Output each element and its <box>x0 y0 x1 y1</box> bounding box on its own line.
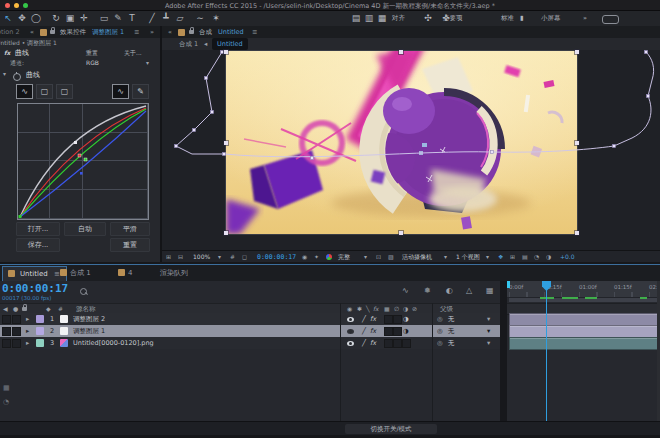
reset-curve-button[interactable]: 重置 <box>110 238 150 252</box>
rotation-tool[interactable]: ↻ <box>50 11 62 26</box>
save-curve-button[interactable]: 保存... <box>16 238 60 252</box>
eraser-tool[interactable]: ▱ <box>174 11 186 26</box>
reset-effect-button[interactable]: 重置 <box>86 50 98 56</box>
video-toggle[interactable] <box>2 327 11 336</box>
video-toggle[interactable] <box>2 339 11 348</box>
switch-box[interactable] <box>393 339 402 348</box>
layer-bar-3[interactable] <box>509 337 659 350</box>
selection-handle[interactable] <box>399 50 403 54</box>
eye-icon[interactable] <box>347 317 354 322</box>
transparency-grid-icon[interactable]: ▨ <box>388 251 394 262</box>
parent-value[interactable]: 无 <box>448 313 455 325</box>
audio-toggle[interactable] <box>12 339 21 348</box>
work-area-start-marker[interactable] <box>507 281 510 288</box>
monitor-icon[interactable]: ⊟ <box>178 251 183 262</box>
mask-visibility-icon[interactable]: ◻ <box>242 251 247 262</box>
align-icon-3[interactable]: ▦ <box>376 11 388 26</box>
exposure-value[interactable]: +0.0 <box>560 251 575 262</box>
open-curve-button[interactable]: 打开... <box>16 222 60 236</box>
pencil-curve-button[interactable]: ✎ <box>132 84 149 99</box>
panel-menu-icon[interactable]: ≡ <box>252 26 257 38</box>
grid-guides-icon[interactable]: # <box>230 251 235 262</box>
mask-feather-icon[interactable]: ✣ <box>422 11 434 26</box>
viewer-tab-untitled[interactable]: Untitled <box>212 38 248 50</box>
expand-arrow-icon[interactable]: ▸ <box>26 325 29 337</box>
snapshot-icon[interactable]: ◉ <box>302 251 307 262</box>
resize-large-button[interactable]: ▢ <box>56 84 73 99</box>
motion-blur-icon[interactable]: ◐ <box>446 287 453 295</box>
expand-transfer-controls-icon[interactable]: ◔ <box>3 399 9 406</box>
collapse-icon[interactable]: ╱ <box>362 325 366 337</box>
switch-box[interactable] <box>402 339 411 348</box>
show-snapshot-icon[interactable]: ✦ <box>314 251 319 262</box>
frame-blend-icon[interactable]: ❅ <box>424 287 431 295</box>
effect-name[interactable]: 曲线 <box>15 50 29 57</box>
parent-dropdown-icon[interactable]: ▾ <box>487 313 490 325</box>
stopwatch-icon[interactable] <box>13 73 21 81</box>
label-color-swatch[interactable] <box>36 315 44 323</box>
fast-preview-icon[interactable]: ▤ <box>522 251 528 262</box>
collapse-icon[interactable]: ╱ <box>362 337 366 349</box>
view-layout-dropdown-icon[interactable]: ▾ <box>486 251 489 262</box>
zoom-tool[interactable]: ◯ <box>30 11 42 26</box>
timeline-tab-untitled[interactable]: Untitled ≡ <box>2 266 67 281</box>
layer-row-1[interactable]: ▸ 1 调整图层 2 ╱ fx ◑ ◎ 无 ▾ <box>0 313 500 325</box>
brainstorm-icon[interactable]: ▦ <box>486 287 494 295</box>
pixel-aspect-icon[interactable]: ⊞ <box>510 251 515 262</box>
label-color-swatch[interactable] <box>36 327 44 335</box>
timeline-button-icon[interactable]: ◔ <box>534 251 539 262</box>
expand-arrow-icon[interactable]: ▸ <box>26 337 29 349</box>
toggle-switches-modes-button[interactable]: 切换开关/模式 <box>345 424 437 434</box>
auto-curve-button[interactable]: 自动 <box>64 222 106 236</box>
magnification-value[interactable]: 100% <box>193 251 210 262</box>
pickwhip-icon[interactable]: ◎ <box>437 337 443 349</box>
panel-title[interactable]: 效果控件 <box>60 26 86 38</box>
smooth-curve-button[interactable]: ∿ <box>112 84 129 99</box>
twirl-down-icon[interactable]: ▾ <box>3 71 6 77</box>
shape-tool[interactable]: ▭ <box>98 11 110 26</box>
timeline-tab-4[interactable]: 4 <box>128 266 132 280</box>
current-timecode[interactable]: 0:00:00:17 <box>2 282 68 295</box>
parent-value[interactable]: 无 <box>448 325 455 337</box>
layer-row-3[interactable]: ▸ 3 Untitled[0000-0120].png ╱ fx ◎ 无 ▾ <box>0 337 500 349</box>
label-color-swatch[interactable] <box>36 339 44 347</box>
workspace-overflow-chevron[interactable]: » <box>583 11 587 26</box>
switch-box[interactable] <box>384 339 393 348</box>
viewer-timecode[interactable]: 0:00:00:17 <box>257 251 296 262</box>
pickwhip-icon[interactable]: ◎ <box>437 313 443 325</box>
resolution-dropdown-icon[interactable]: ▾ <box>364 251 367 262</box>
switch-box[interactable] <box>393 327 402 336</box>
view-layout-value[interactable]: 1 个视图 <box>456 251 480 262</box>
brush-tool[interactable]: ╱ <box>146 11 158 26</box>
render-queue-tab[interactable]: 渲染队列 <box>160 266 188 280</box>
adjustment-toggle-icon[interactable]: ◑ <box>403 325 409 337</box>
camera-tool[interactable]: ▣ <box>64 11 76 26</box>
panel-title[interactable]: 合成 <box>199 26 212 38</box>
flowchart-button-icon[interactable]: ◑ <box>546 251 551 262</box>
search-icon[interactable] <box>80 288 87 295</box>
roto-brush-tool[interactable]: ∼ <box>194 11 206 26</box>
parent-dropdown-icon[interactable]: ▾ <box>487 325 490 337</box>
channel-dropdown-icon[interactable]: ▾ <box>146 60 149 66</box>
switch-box[interactable] <box>384 315 393 324</box>
share-view-icon[interactable]: ❖ <box>498 251 503 262</box>
selection-tool[interactable]: ↖ <box>2 11 14 26</box>
selection-handle[interactable] <box>575 231 579 235</box>
workspace-essentials[interactable]: 必要项 <box>443 11 463 26</box>
panel-menu-icon[interactable]: ≡ <box>134 26 139 38</box>
clipped-panel-tab[interactable]: otion 2 <box>0 26 20 38</box>
workspace-small-screen[interactable]: 小屏幕 <box>541 11 561 26</box>
pan-behind-tool[interactable]: ✛ <box>78 11 90 26</box>
parent-value[interactable]: 无 <box>448 337 455 349</box>
video-toggle[interactable] <box>2 315 11 324</box>
layer-row-2-selected[interactable]: ▸ 2 调整图层 1 ╱ fx ◑ ◎ 无 ▾ <box>0 325 500 337</box>
selection-handle[interactable] <box>575 50 579 54</box>
eye-icon[interactable] <box>347 329 354 334</box>
adjustment-toggle-icon[interactable]: ◑ <box>403 313 409 325</box>
layer-name[interactable]: 调整图层 1 <box>73 325 105 337</box>
time-ruler[interactable]: 0:00f 00:15f 01:00f 01:15f 02:00f <box>507 281 657 298</box>
audio-toggle[interactable] <box>12 327 21 336</box>
selection-handle[interactable] <box>224 141 228 145</box>
switch-box[interactable] <box>393 315 402 324</box>
clone-stamp-tool[interactable]: ┻ <box>160 11 172 26</box>
